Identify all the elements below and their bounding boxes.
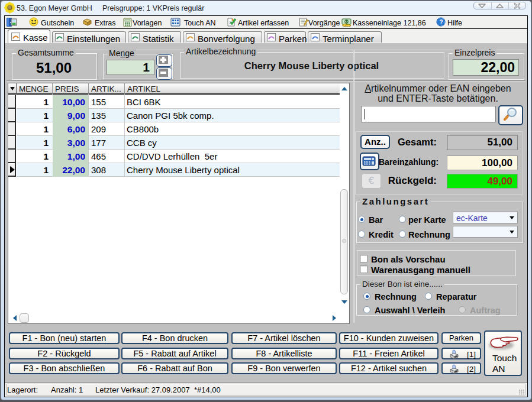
svg-text:?: ? (439, 19, 443, 25)
svg-text:$: $ (346, 20, 348, 24)
